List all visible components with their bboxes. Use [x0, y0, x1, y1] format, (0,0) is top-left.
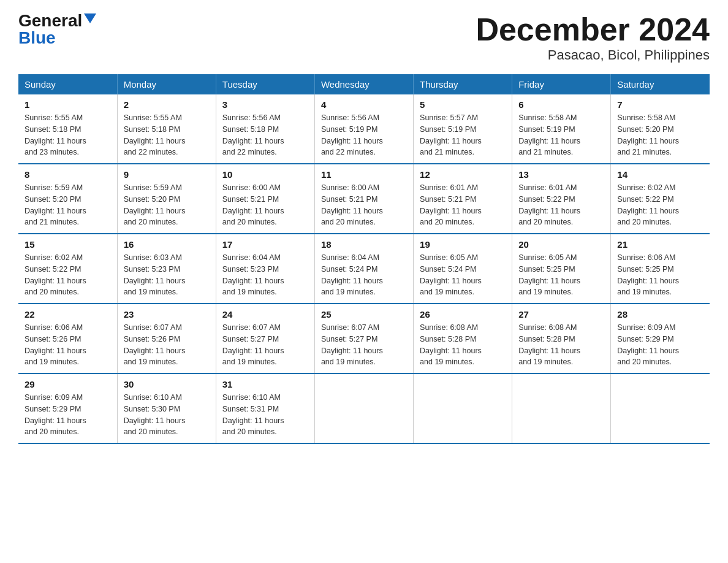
calendar-table: SundayMondayTuesdayWednesdayThursdayFrid…: [18, 74, 710, 444]
calendar-cell: 21 Sunrise: 6:06 AMSunset: 5:25 PMDaylig…: [611, 234, 710, 304]
calendar-week-row: 1 Sunrise: 5:55 AMSunset: 5:18 PMDayligh…: [18, 94, 710, 164]
day-info: Sunrise: 6:01 AMSunset: 5:22 PMDaylight:…: [518, 182, 604, 228]
day-number: 15: [25, 239, 111, 250]
day-info: Sunrise: 6:09 AMSunset: 5:29 PMDaylight:…: [25, 392, 111, 438]
calendar-cell: [414, 373, 512, 443]
day-number: 12: [420, 169, 506, 180]
calendar-cell: 22 Sunrise: 6:06 AMSunset: 5:26 PMDaylig…: [18, 304, 117, 373]
day-info: Sunrise: 6:08 AMSunset: 5:28 PMDaylight:…: [420, 322, 506, 368]
day-number: 14: [617, 169, 703, 180]
calendar-week-row: 22 Sunrise: 6:06 AMSunset: 5:26 PMDaylig…: [18, 304, 710, 373]
day-number: 28: [617, 309, 703, 320]
day-info: Sunrise: 6:06 AMSunset: 5:26 PMDaylight:…: [25, 322, 111, 368]
day-number: 3: [222, 99, 308, 110]
calendar-cell: 14 Sunrise: 6:02 AMSunset: 5:22 PMDaylig…: [611, 164, 710, 234]
calendar-header-row: SundayMondayTuesdayWednesdayThursdayFrid…: [18, 74, 710, 94]
day-info: Sunrise: 6:03 AMSunset: 5:23 PMDaylight:…: [124, 252, 210, 298]
day-number: 23: [124, 309, 210, 320]
day-number: 8: [25, 169, 111, 180]
day-info: Sunrise: 5:57 AMSunset: 5:19 PMDaylight:…: [420, 112, 506, 158]
day-info: Sunrise: 6:00 AMSunset: 5:21 PMDaylight:…: [222, 182, 308, 228]
calendar-cell: 25 Sunrise: 6:07 AMSunset: 5:27 PMDaylig…: [314, 304, 413, 373]
day-number: 26: [420, 309, 506, 320]
day-number: 22: [25, 309, 111, 320]
calendar-cell: 19 Sunrise: 6:05 AMSunset: 5:24 PMDaylig…: [414, 234, 512, 304]
calendar-cell: 26 Sunrise: 6:08 AMSunset: 5:28 PMDaylig…: [414, 304, 512, 373]
calendar-cell: 30 Sunrise: 6:10 AMSunset: 5:30 PMDaylig…: [117, 373, 216, 443]
day-number: 5: [420, 99, 506, 110]
day-info: Sunrise: 6:01 AMSunset: 5:21 PMDaylight:…: [420, 182, 506, 228]
day-info: Sunrise: 6:05 AMSunset: 5:25 PMDaylight:…: [518, 252, 604, 298]
day-number: 13: [518, 169, 604, 180]
calendar-week-row: 15 Sunrise: 6:02 AMSunset: 5:22 PMDaylig…: [18, 234, 710, 304]
day-number: 9: [124, 169, 210, 180]
calendar-cell: [611, 373, 710, 443]
day-info: Sunrise: 5:58 AMSunset: 5:19 PMDaylight:…: [518, 112, 604, 158]
day-info: Sunrise: 6:07 AMSunset: 5:27 PMDaylight:…: [222, 322, 308, 368]
calendar-cell: 11 Sunrise: 6:00 AMSunset: 5:21 PMDaylig…: [314, 164, 413, 234]
calendar-cell: 5 Sunrise: 5:57 AMSunset: 5:19 PMDayligh…: [414, 94, 512, 164]
header-thursday: Thursday: [414, 74, 512, 94]
day-number: 21: [617, 239, 703, 250]
header-saturday: Saturday: [611, 74, 710, 94]
header-tuesday: Tuesday: [216, 74, 314, 94]
day-info: Sunrise: 6:08 AMSunset: 5:28 PMDaylight:…: [518, 322, 604, 368]
header-monday: Monday: [117, 74, 216, 94]
logo: General Blue: [18, 12, 96, 47]
calendar-cell: 24 Sunrise: 6:07 AMSunset: 5:27 PMDaylig…: [216, 304, 314, 373]
day-number: 19: [420, 239, 506, 250]
day-info: Sunrise: 6:00 AMSunset: 5:21 PMDaylight:…: [321, 182, 407, 228]
day-info: Sunrise: 6:02 AMSunset: 5:22 PMDaylight:…: [617, 182, 703, 228]
calendar-cell: [512, 373, 611, 443]
calendar-cell: 12 Sunrise: 6:01 AMSunset: 5:21 PMDaylig…: [414, 164, 512, 234]
day-info: Sunrise: 5:55 AMSunset: 5:18 PMDaylight:…: [25, 112, 111, 158]
day-info: Sunrise: 6:06 AMSunset: 5:25 PMDaylight:…: [617, 252, 703, 298]
header-wednesday: Wednesday: [314, 74, 413, 94]
calendar-cell: 31 Sunrise: 6:10 AMSunset: 5:31 PMDaylig…: [216, 373, 314, 443]
title-section: December 2024 Pasacao, Bicol, Philippine…: [476, 12, 710, 63]
day-number: 4: [321, 99, 407, 110]
day-info: Sunrise: 6:07 AMSunset: 5:26 PMDaylight:…: [124, 322, 210, 368]
day-info: Sunrise: 6:07 AMSunset: 5:27 PMDaylight:…: [321, 322, 407, 368]
day-number: 7: [617, 99, 703, 110]
day-number: 25: [321, 309, 407, 320]
day-info: Sunrise: 6:04 AMSunset: 5:23 PMDaylight:…: [222, 252, 308, 298]
calendar-cell: 2 Sunrise: 5:55 AMSunset: 5:18 PMDayligh…: [117, 94, 216, 164]
day-number: 30: [124, 379, 210, 389]
day-info: Sunrise: 6:02 AMSunset: 5:22 PMDaylight:…: [25, 252, 111, 298]
day-info: Sunrise: 5:56 AMSunset: 5:19 PMDaylight:…: [321, 112, 407, 158]
page-header: General Blue December 2024 Pasacao, Bico…: [18, 12, 710, 63]
calendar-week-row: 29 Sunrise: 6:09 AMSunset: 5:29 PMDaylig…: [18, 373, 710, 443]
day-info: Sunrise: 6:05 AMSunset: 5:24 PMDaylight:…: [420, 252, 506, 298]
day-number: 18: [321, 239, 407, 250]
calendar-cell: 6 Sunrise: 5:58 AMSunset: 5:19 PMDayligh…: [512, 94, 611, 164]
calendar-cell: 3 Sunrise: 5:56 AMSunset: 5:18 PMDayligh…: [216, 94, 314, 164]
calendar-cell: 9 Sunrise: 5:59 AMSunset: 5:20 PMDayligh…: [117, 164, 216, 234]
day-number: 27: [518, 309, 604, 320]
day-info: Sunrise: 6:04 AMSunset: 5:24 PMDaylight:…: [321, 252, 407, 298]
calendar-cell: 13 Sunrise: 6:01 AMSunset: 5:22 PMDaylig…: [512, 164, 611, 234]
logo-general-text: General: [18, 12, 82, 29]
calendar-cell: 29 Sunrise: 6:09 AMSunset: 5:29 PMDaylig…: [18, 373, 117, 443]
calendar-cell: 27 Sunrise: 6:08 AMSunset: 5:28 PMDaylig…: [512, 304, 611, 373]
calendar-cell: 4 Sunrise: 5:56 AMSunset: 5:19 PMDayligh…: [314, 94, 413, 164]
day-number: 16: [124, 239, 210, 250]
calendar-cell: 23 Sunrise: 6:07 AMSunset: 5:26 PMDaylig…: [117, 304, 216, 373]
day-number: 6: [518, 99, 604, 110]
calendar-week-row: 8 Sunrise: 5:59 AMSunset: 5:20 PMDayligh…: [18, 164, 710, 234]
calendar-cell: 17 Sunrise: 6:04 AMSunset: 5:23 PMDaylig…: [216, 234, 314, 304]
day-number: 24: [222, 309, 308, 320]
day-number: 2: [124, 99, 210, 110]
day-info: Sunrise: 6:10 AMSunset: 5:31 PMDaylight:…: [222, 392, 308, 438]
header-friday: Friday: [512, 74, 611, 94]
calendar-cell: 20 Sunrise: 6:05 AMSunset: 5:25 PMDaylig…: [512, 234, 611, 304]
day-info: Sunrise: 5:56 AMSunset: 5:18 PMDaylight:…: [222, 112, 308, 158]
calendar-cell: 16 Sunrise: 6:03 AMSunset: 5:23 PMDaylig…: [117, 234, 216, 304]
calendar-cell: 7 Sunrise: 5:58 AMSunset: 5:20 PMDayligh…: [611, 94, 710, 164]
day-number: 11: [321, 169, 407, 180]
logo-triangle-icon: [84, 13, 96, 23]
day-number: 31: [222, 379, 308, 389]
page-subtitle: Pasacao, Bicol, Philippines: [476, 47, 710, 63]
day-info: Sunrise: 5:59 AMSunset: 5:20 PMDaylight:…: [124, 182, 210, 228]
day-number: 29: [25, 379, 111, 389]
